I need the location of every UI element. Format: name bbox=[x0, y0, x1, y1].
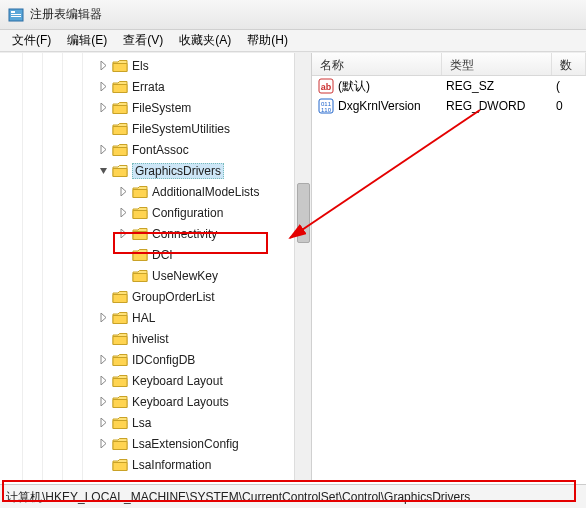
folder-icon bbox=[112, 374, 128, 388]
tree-item-MediaCategories[interactable]: MediaCategories bbox=[0, 475, 311, 480]
folder-icon bbox=[132, 206, 148, 220]
tree-label: Errata bbox=[132, 80, 165, 94]
folder-icon bbox=[112, 479, 128, 481]
expander-icon[interactable] bbox=[98, 438, 109, 449]
expander-icon[interactable] bbox=[98, 60, 109, 71]
tree-label: Keyboard Layout bbox=[132, 374, 223, 388]
expander-icon[interactable] bbox=[98, 144, 109, 155]
expander-icon[interactable] bbox=[98, 417, 109, 428]
tree-item-AdditionalModeLists[interactable]: AdditionalModeLists bbox=[0, 181, 311, 202]
tree-item-Lsa[interactable]: Lsa bbox=[0, 412, 311, 433]
tree-label: FileSystem bbox=[132, 101, 191, 115]
tree-item-Configuration[interactable]: Configuration bbox=[0, 202, 311, 223]
tree-label: Els bbox=[132, 59, 149, 73]
svg-rect-2 bbox=[11, 14, 21, 15]
expander-icon[interactable] bbox=[98, 102, 109, 113]
tree-item-FileSystem[interactable]: FileSystem bbox=[0, 97, 311, 118]
folder-icon bbox=[132, 185, 148, 199]
value-row[interactable]: 011110DxgKrnlVersionREG_DWORD0 bbox=[312, 96, 586, 116]
tree-label: IDConfigDB bbox=[132, 353, 195, 367]
dword-value-icon: 011110 bbox=[318, 98, 334, 114]
tree-pane[interactable]: ElsErrataFileSystemFileSystemUtilitiesFo… bbox=[0, 53, 312, 480]
svg-rect-1 bbox=[11, 11, 15, 13]
folder-icon bbox=[132, 269, 148, 283]
expander-icon bbox=[98, 123, 109, 134]
tree-item-hivelist[interactable]: hivelist bbox=[0, 328, 311, 349]
tree-label: Connectivity bbox=[152, 227, 217, 241]
tree-item-Keyboard-Layouts[interactable]: Keyboard Layouts bbox=[0, 391, 311, 412]
expander-icon[interactable] bbox=[118, 186, 129, 197]
tree-item-Keyboard-Layout[interactable]: Keyboard Layout bbox=[0, 370, 311, 391]
status-path: 计算机\HKEY_LOCAL_MACHINE\SYSTEM\CurrentCon… bbox=[6, 490, 470, 504]
tree-scrollbar[interactable] bbox=[294, 53, 311, 480]
folder-icon bbox=[132, 227, 148, 241]
tree-item-GraphicsDrivers[interactable]: GraphicsDrivers bbox=[0, 160, 311, 181]
tree-label: LsaExtensionConfig bbox=[132, 437, 239, 451]
tree-item-FileSystemUtilities[interactable]: FileSystemUtilities bbox=[0, 118, 311, 139]
tree-label: Keyboard Layouts bbox=[132, 395, 229, 409]
expander-icon[interactable] bbox=[98, 375, 109, 386]
window-title: 注册表编辑器 bbox=[30, 6, 102, 23]
folder-icon bbox=[112, 80, 128, 94]
folder-icon bbox=[112, 59, 128, 73]
folder-icon bbox=[112, 143, 128, 157]
menu-view[interactable]: 查看(V) bbox=[115, 29, 171, 52]
menu-help[interactable]: 帮助(H) bbox=[239, 29, 296, 52]
expander-icon bbox=[98, 333, 109, 344]
col-name[interactable]: 名称 bbox=[312, 53, 442, 75]
tree-label: GroupOrderList bbox=[132, 290, 215, 304]
tree-item-FontAssoc[interactable]: FontAssoc bbox=[0, 139, 311, 160]
expander-icon[interactable] bbox=[98, 165, 109, 176]
folder-icon bbox=[132, 248, 148, 262]
col-type[interactable]: 类型 bbox=[442, 53, 552, 75]
statusbar: 计算机\HKEY_LOCAL_MACHINE\SYSTEM\CurrentCon… bbox=[0, 484, 586, 508]
value-type: REG_SZ bbox=[446, 79, 556, 93]
expander-icon[interactable] bbox=[98, 354, 109, 365]
tree-label: Configuration bbox=[152, 206, 223, 220]
tree-item-IDConfigDB[interactable]: IDConfigDB bbox=[0, 349, 311, 370]
expander-icon[interactable] bbox=[98, 81, 109, 92]
expander-icon bbox=[118, 249, 129, 260]
tree-item-Els[interactable]: Els bbox=[0, 55, 311, 76]
menubar: 文件(F) 编辑(E) 查看(V) 收藏夹(A) 帮助(H) bbox=[0, 30, 586, 52]
tree-item-DCI[interactable]: DCI bbox=[0, 244, 311, 265]
folder-icon bbox=[112, 353, 128, 367]
tree-item-LsaExtensionConfig[interactable]: LsaExtensionConfig bbox=[0, 433, 311, 454]
menu-edit[interactable]: 编辑(E) bbox=[59, 29, 115, 52]
folder-icon bbox=[112, 416, 128, 430]
content-area: ElsErrataFileSystemFileSystemUtilitiesFo… bbox=[0, 52, 586, 480]
expander-icon bbox=[98, 291, 109, 302]
tree-label: FileSystemUtilities bbox=[132, 122, 230, 136]
expander-icon[interactable] bbox=[98, 396, 109, 407]
svg-rect-3 bbox=[11, 16, 21, 17]
tree-label: Lsa bbox=[132, 416, 151, 430]
tree-label: hivelist bbox=[132, 332, 169, 346]
tree-scrollbar-thumb[interactable] bbox=[297, 183, 310, 243]
value-name: (默认) bbox=[338, 78, 446, 95]
value-row[interactable]: ab(默认)REG_SZ( bbox=[312, 76, 586, 96]
expander-icon[interactable] bbox=[118, 228, 129, 239]
tree-item-Errata[interactable]: Errata bbox=[0, 76, 311, 97]
string-value-icon: ab bbox=[318, 78, 334, 94]
expander-icon[interactable] bbox=[118, 207, 129, 218]
tree-item-LsaInformation[interactable]: LsaInformation bbox=[0, 454, 311, 475]
values-header: 名称 类型 数 bbox=[312, 53, 586, 76]
expander-icon[interactable] bbox=[98, 312, 109, 323]
tree-label: MediaCategories bbox=[132, 479, 223, 481]
values-pane[interactable]: 名称 类型 数 ab(默认)REG_SZ(011110DxgKrnlVersio… bbox=[312, 53, 586, 480]
folder-icon bbox=[112, 395, 128, 409]
tree-label: FontAssoc bbox=[132, 143, 189, 157]
tree-item-GroupOrderList[interactable]: GroupOrderList bbox=[0, 286, 311, 307]
titlebar: 注册表编辑器 bbox=[0, 0, 586, 30]
value-data: 0 bbox=[556, 99, 563, 113]
menu-favorites[interactable]: 收藏夹(A) bbox=[171, 29, 239, 52]
tree-item-Connectivity[interactable]: Connectivity bbox=[0, 223, 311, 244]
svg-text:ab: ab bbox=[321, 82, 332, 92]
col-data[interactable]: 数 bbox=[552, 53, 586, 75]
svg-text:110: 110 bbox=[321, 107, 332, 113]
tree-item-UseNewKey[interactable]: UseNewKey bbox=[0, 265, 311, 286]
value-type: REG_DWORD bbox=[446, 99, 556, 113]
folder-icon bbox=[112, 290, 128, 304]
tree-item-HAL[interactable]: HAL bbox=[0, 307, 311, 328]
menu-file[interactable]: 文件(F) bbox=[4, 29, 59, 52]
